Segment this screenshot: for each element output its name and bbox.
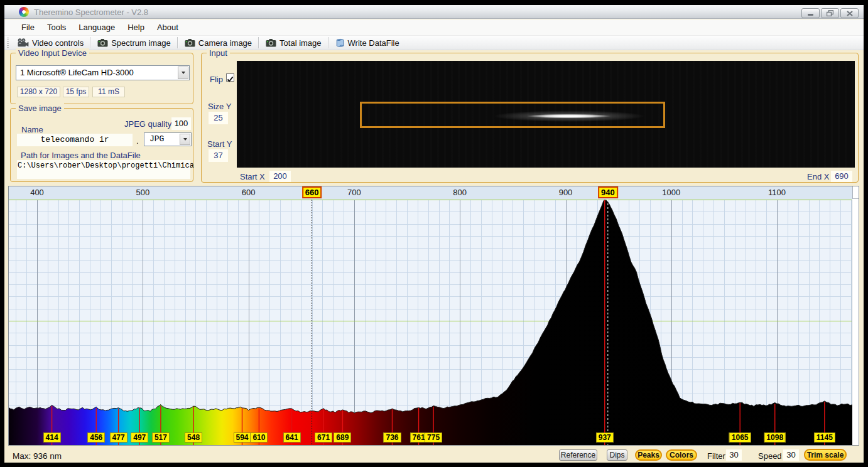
reference-button[interactable]: Reference [559, 449, 597, 461]
camera-preview[interactable] [237, 61, 855, 168]
max-peak-readout: Max: 936 nm [13, 451, 62, 461]
peak-label-chip: 1065 [729, 432, 751, 443]
peak-label-chip: 548 [185, 432, 202, 443]
peaks-button[interactable]: Peaks [635, 449, 662, 461]
toolbar-camera-image[interactable]: Camera image [180, 36, 257, 50]
name-label: Name [21, 125, 43, 134]
app-window: Theremino Spectrometer - V2.8 File Tools… [4, 5, 864, 463]
image-name-field[interactable]: telecomando ir [17, 134, 133, 146]
input-group-title: Input [207, 48, 230, 58]
peak-label-chip: 937 [596, 432, 614, 443]
filter-field[interactable]: 30 [726, 449, 742, 461]
x-tick-label: 700 [347, 188, 361, 197]
minimize-button[interactable] [801, 8, 820, 18]
toolbar-separator [90, 37, 91, 48]
size-y-label: Size Y [208, 102, 231, 111]
toolbar-grip [7, 38, 9, 48]
trim-scale-button[interactable]: Trim scale [804, 449, 847, 461]
peak-label-chip: 456 [87, 432, 105, 443]
peak-label-chip: 641 [283, 432, 301, 443]
close-icon [847, 11, 853, 16]
highlight-tick-chip[interactable]: 660 [302, 186, 322, 198]
format-value: JPG [149, 134, 164, 144]
speed-label: Speed [758, 451, 782, 461]
menu-item-help[interactable]: Help [121, 23, 151, 32]
flip-label: Flip [210, 75, 223, 84]
menu-item-file[interactable]: File [15, 23, 41, 32]
peak-label-chip: 497 [131, 432, 148, 443]
start-x-field[interactable]: 200 [269, 171, 291, 182]
peak-label-chip: 775 [425, 432, 442, 443]
axis-band-end [852, 186, 859, 199]
datafile-icon [335, 38, 345, 48]
input-group: Input Flip Size Y 25 Start Y 37 Start X … [201, 53, 859, 183]
window-title: Theremino Spectrometer - V2.8 [34, 8, 148, 17]
fps-badge[interactable]: 15 fps [63, 87, 89, 97]
path-label: Path for Images and the DataFile [21, 151, 141, 160]
toolbar-total-image[interactable]: Total image [261, 36, 326, 50]
x-tick-label: 1000 [662, 188, 680, 197]
latency-badge[interactable]: 11 mS [92, 87, 125, 97]
peak-label-chip: 594 [233, 432, 251, 443]
toolbar-label: Video controls [32, 38, 84, 48]
peak-label-chip: 477 [110, 432, 127, 443]
format-dropdown-arrow[interactable] [180, 134, 190, 145]
menu-item-language[interactable]: Language [72, 23, 121, 32]
size-y-field[interactable]: 25 [209, 112, 228, 124]
title-bar: Theremino Spectrometer - V2.8 [4, 5, 864, 19]
start-y-field[interactable]: 37 [209, 149, 228, 162]
peak-label-chip: 414 [43, 432, 61, 443]
peak-label-chip: 1098 [764, 432, 786, 443]
filter-label: Filter [707, 451, 725, 461]
camera-icon [97, 38, 108, 47]
toolbar-label: Write DataFile [348, 38, 399, 48]
resolution-badge[interactable]: 1280 x 720 [17, 87, 60, 97]
x-tick-label: 600 [242, 188, 256, 197]
selection-rectangle[interactable] [360, 102, 665, 128]
start-y-label: Start Y [207, 139, 232, 149]
close-button[interactable] [840, 8, 859, 18]
menu-item-tools[interactable]: Tools [41, 23, 72, 32]
video-device-select[interactable]: 1 Microsoft® LifeCam HD-3000 [16, 65, 190, 80]
dot-separator: . [136, 136, 139, 146]
video-device-value: 1 Microsoft® LifeCam HD-3000 [20, 68, 134, 77]
camera-icon [185, 38, 195, 47]
video-input-device-title: Video Input Device [16, 48, 89, 58]
jpeg-quality-label: JPEG quality [124, 119, 171, 129]
path-field[interactable]: C:\Users\rober\Desktop\progetti\Chimica [17, 160, 190, 179]
format-select[interactable]: JPG [144, 132, 192, 146]
peak-label-chip: 610 [250, 432, 268, 443]
flip-checkbox[interactable] [226, 73, 234, 82]
speed-field[interactable]: 30 [783, 449, 799, 461]
menu-item-about[interactable]: About [151, 23, 185, 32]
spectrum-chart: 40050060070080090010001100660940 4144564… [9, 186, 859, 445]
toolbar-label: Spectrum image [111, 38, 171, 48]
dips-button[interactable]: Dips [607, 449, 627, 461]
save-image-title: Save image [16, 104, 64, 113]
toolbar: Video controls Spectrum image Camera ima… [4, 35, 864, 50]
toolbar-spectrum-image[interactable]: Spectrum image [92, 36, 176, 50]
jpeg-quality-field[interactable]: 100 [171, 117, 191, 130]
peak-label-chip: 517 [152, 432, 170, 443]
app-icon [19, 7, 29, 17]
x-tick-label: 400 [30, 188, 44, 197]
x-tick-label: 900 [559, 188, 573, 197]
camcorder-icon [17, 38, 29, 47]
spectrum-plot [9, 200, 852, 445]
end-x-field[interactable]: 690 [831, 171, 852, 182]
save-image-group: Save image JPEG quality 100 Name telecom… [10, 108, 193, 182]
toolbar-write-datafile[interactable]: Write DataFile [330, 36, 404, 50]
video-device-dropdown-arrow[interactable] [178, 67, 188, 79]
peak-label-chip: 689 [334, 432, 351, 443]
toolbar-separator [258, 37, 259, 48]
toolbar-video-controls[interactable]: Video controls [12, 36, 89, 50]
peak-label-chip: 671 [315, 432, 332, 443]
minimize-icon [807, 11, 814, 16]
check-icon [227, 76, 234, 83]
colors-button[interactable]: Colors [666, 449, 697, 461]
toolbar-separator [328, 37, 329, 48]
maximize-button[interactable] [821, 8, 839, 18]
highlight-tick-chip[interactable]: 940 [598, 186, 618, 198]
peak-label-chip: 1145 [814, 432, 835, 443]
menu-bar: File Tools Language Help About [4, 19, 864, 35]
